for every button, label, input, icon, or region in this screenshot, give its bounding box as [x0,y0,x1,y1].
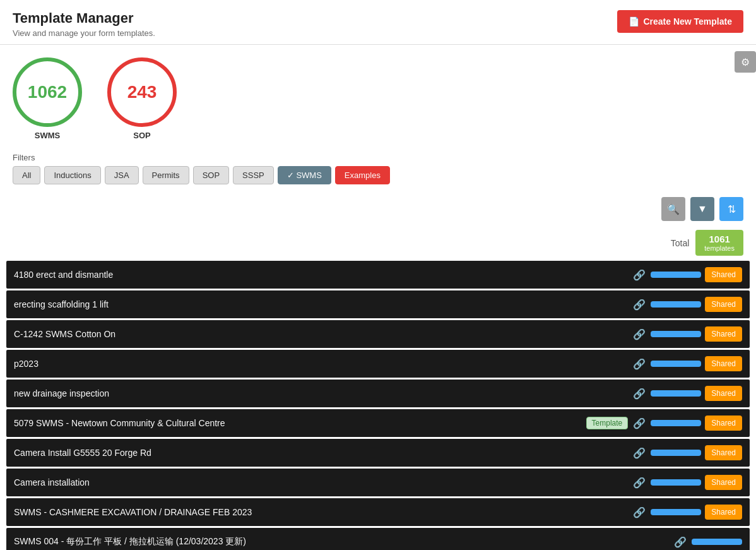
total-value: 1061 [709,234,729,244]
template-row: SWMS 004 - 每份工作 平板 / 拖拉机运输 (12/03/2023 更… [6,528,750,550]
template-name: Camera installation [14,477,633,487]
template-name: 4180 erect and dismantle [14,270,633,280]
filters-label: Filters [13,153,743,162]
toolbar: 🔍 ▼ ⇅ [0,191,756,227]
sop-value: 243 [127,82,157,102]
template-row: 4180 erect and dismantle 🔗 Shared [6,261,750,289]
action-button[interactable] [651,420,701,426]
template-name: p2023 [14,359,633,369]
template-list: 4180 erect and dismantle 🔗 Shared erecti… [0,261,756,550]
action-button[interactable] [651,301,701,308]
action-button[interactable] [651,331,701,337]
filter-all-button[interactable]: All [13,166,40,184]
clip-icon[interactable]: 🔗 [633,269,646,281]
template-tag: Template [586,417,629,429]
template-name: Camera Install G5555 20 Forge Rd [14,448,633,458]
template-row: C-1242 SWMS Cotton On 🔗 Shared [6,320,750,348]
total-label: Total [671,238,690,248]
template-row: Camera installation 🔗 Shared [6,469,750,496]
template-name: SWMS - CASHMERE EXCAVATION / DRAINAGE FE… [14,507,633,517]
header-left: Template Manager View and manage your fo… [13,10,155,38]
shared-button[interactable]: Shared [705,356,742,371]
search-button[interactable]: 🔍 [661,197,685,221]
template-row: SWMS - CASHMERE EXCAVATION / DRAINAGE FE… [6,498,750,526]
template-name: erecting scaffolding 1 lift [14,299,633,309]
page-title: Template Manager [13,10,155,27]
template-name: new drainage inspection [14,388,633,398]
shared-button[interactable]: Shared [705,386,742,401]
filter-jsa-button[interactable]: JSA [105,166,139,184]
sop-stat-circle: 243 [107,57,177,127]
template-row: erecting scaffolding 1 lift 🔗 Shared [6,290,750,318]
shared-button[interactable]: Shared [705,445,742,460]
shared-button[interactable]: Shared [705,297,742,312]
clip-icon[interactable]: 🔗 [633,388,646,400]
create-template-button[interactable]: 📄 Create New Template [617,10,743,33]
action-button[interactable] [651,479,701,486]
template-name: 5079 SWMS - Newtown Community & Cultural… [14,418,586,428]
create-template-label: Create New Template [643,16,732,27]
clip-icon[interactable]: 🔗 [633,417,646,429]
template-row: new drainage inspection 🔗 Shared [6,380,750,407]
shared-button[interactable]: Shared [705,267,742,282]
search-icon: 🔍 [667,203,680,215]
template-row: p2023 🔗 Shared [6,350,750,378]
action-button[interactable] [651,390,701,397]
template-name: SWMS 004 - 每份工作 平板 / 拖拉机运输 (12/03/2023 更… [14,536,674,547]
filter-buttons-row: All Inductions JSA Permits SOP SSSP ✓ SW… [13,166,743,184]
swms-stat-circle: 1062 [13,57,82,127]
filter-icon: ▼ [697,203,707,215]
action-button[interactable] [692,539,742,545]
page-subtitle: View and manage your form templates. [13,28,155,38]
filter-sssp-button[interactable]: SSSP [233,166,274,184]
total-bar: Total 1061 templates [0,227,756,261]
action-button[interactable] [651,361,701,367]
clip-icon[interactable]: 🔗 [633,328,646,340]
filter-swms-button[interactable]: ✓ SWMS [278,166,331,184]
total-badge: 1061 templates [695,230,743,256]
filter-permits-button[interactable]: Permits [143,166,189,184]
total-sub: templates [704,244,735,252]
template-row: 5079 SWMS - Newtown Community & Cultural… [6,409,750,437]
clip-icon[interactable]: 🔗 [633,358,646,370]
filter-examples-button[interactable]: Examples [335,166,390,184]
settings-gear-button[interactable]: ⚙ [735,51,756,73]
template-row: Camera Install G5555 20 Forge Rd 🔗 Share… [6,439,750,467]
sort-button[interactable]: ⇅ [719,197,743,221]
action-button[interactable] [651,272,701,278]
page-header: Template Manager View and manage your fo… [0,0,756,45]
shared-button[interactable]: Shared [705,505,742,520]
filters-section: Filters All Inductions JSA Permits SOP S… [0,146,756,191]
gear-icon: ⚙ [741,56,750,68]
shared-button[interactable]: Shared [705,415,742,431]
sort-icon: ⇅ [728,203,736,215]
template-name: C-1242 SWMS Cotton On [14,329,633,339]
sop-label: SOP [133,131,150,140]
filter-sop-button[interactable]: SOP [193,166,229,184]
clip-icon[interactable]: 🔗 [633,447,646,459]
clip-icon[interactable]: 🔗 [633,477,646,489]
settings-area: ⚙ [735,45,756,73]
shared-button[interactable]: Shared [705,326,742,342]
action-button[interactable] [651,509,701,515]
stats-row: 1062 SWMS 243 SOP [0,45,189,146]
filter-icon-button[interactable]: ▼ [690,197,714,221]
action-button[interactable] [651,450,701,456]
filter-inductions-button[interactable]: Inductions [44,166,100,184]
swms-label: SWMS [35,131,60,140]
swms-value: 1062 [28,82,67,102]
clip-icon[interactable]: 🔗 [633,299,646,311]
clip-icon[interactable]: 🔗 [633,506,646,518]
doc-icon: 📄 [629,16,639,27]
clip-icon[interactable]: 🔗 [674,536,687,548]
shared-button[interactable]: Shared [705,475,742,490]
